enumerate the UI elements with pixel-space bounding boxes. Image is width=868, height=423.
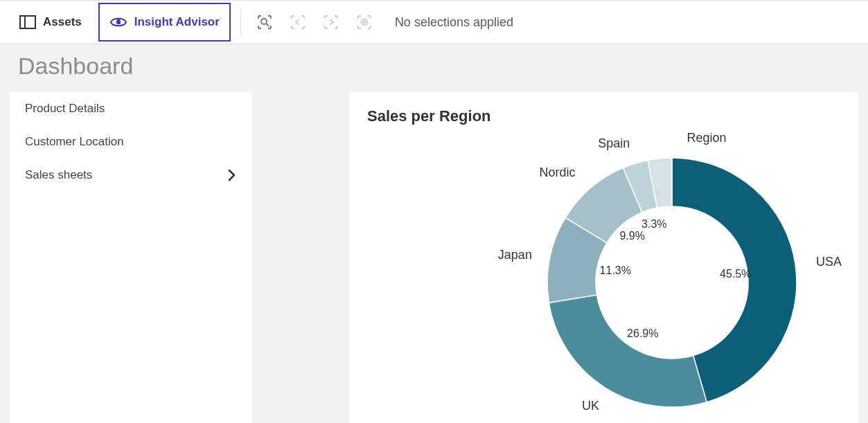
chart-slice-label: Nordic [540,165,576,180]
donut-chart[interactable]: USAUKJapanNordicSpain 45.5%26.9%11.3%9.9… [367,151,840,414]
page-title: Dashboard [10,53,858,80]
chart-value-label: 45.5% [720,268,751,280]
sheet-item-label: Sales sheets [25,168,92,182]
eye-spark-icon [109,15,127,29]
chart-value-label: 11.3% [600,264,631,277]
chevron-right-icon [227,168,237,182]
sheet-list: Product Details Customer Location Sales … [10,92,252,423]
selection-status-text: No selections applied [395,15,513,30]
selection-search-button[interactable] [251,8,278,36]
svg-rect-0 [20,16,35,28]
sheet-list-item-customer-location[interactable]: Customer Location [10,125,252,159]
selection-back-button [284,8,312,36]
selection-forward-button [317,8,345,36]
sheet-list-item-sales-sheets[interactable]: Sales sheets [10,159,252,192]
selection-clear-button [351,8,378,36]
chart-slice-label: Japan [498,248,532,262]
chart-value-label: 9.9% [619,230,644,242]
insight-advisor-label: Insight Advisor [134,15,220,29]
sheet-list-item-product-details[interactable]: Product Details [10,92,252,125]
svg-point-3 [261,19,267,24]
chart-slice-label: UK [582,399,599,413]
assets-label: Assets [43,15,82,29]
chart-slice-label: USA [816,255,842,269]
toolbar-separator [240,8,241,36]
chart-title: Sales per Region [367,107,840,125]
top-toolbar: Assets Insight Advisor No selections app… [0,0,868,44]
sheet-item-label: Customer Location [25,135,124,149]
chart-value-label: 26.9% [627,327,658,340]
chart-card: Sales per Region Region USAUKJapanNordic… [349,92,858,423]
svg-line-4 [266,24,269,26]
chart-legend-title: Region [644,131,769,145]
chart-value-label: 3.3% [641,218,666,231]
panel-icon [19,15,36,29]
assets-button[interactable]: Assets [8,3,93,42]
chart-slice-label: Spain [598,136,630,151]
insight-advisor-button[interactable]: Insight Advisor [98,3,231,42]
sheet-item-label: Product Details [25,102,105,116]
